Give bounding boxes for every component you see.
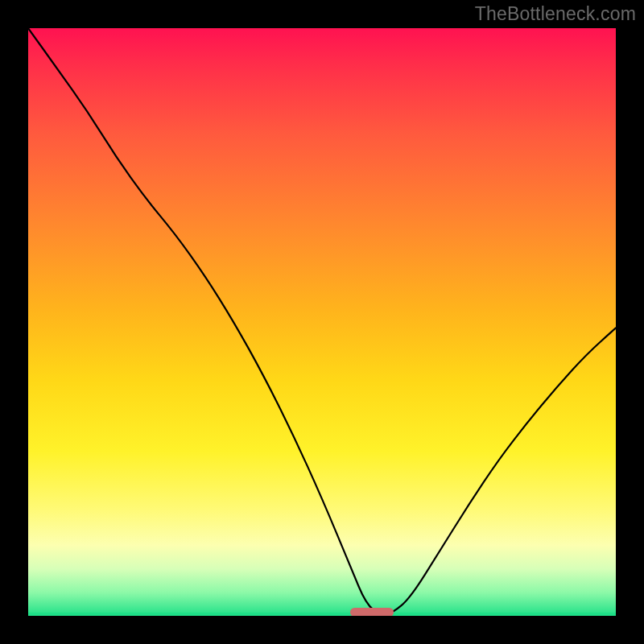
chart-frame: TheBottleneck.com xyxy=(0,0,644,644)
plot-area xyxy=(28,28,616,616)
curve-path xyxy=(28,28,616,615)
watermark-text: TheBottleneck.com xyxy=(475,3,636,25)
bottleneck-marker xyxy=(350,608,394,616)
bottleneck-curve xyxy=(28,28,616,616)
